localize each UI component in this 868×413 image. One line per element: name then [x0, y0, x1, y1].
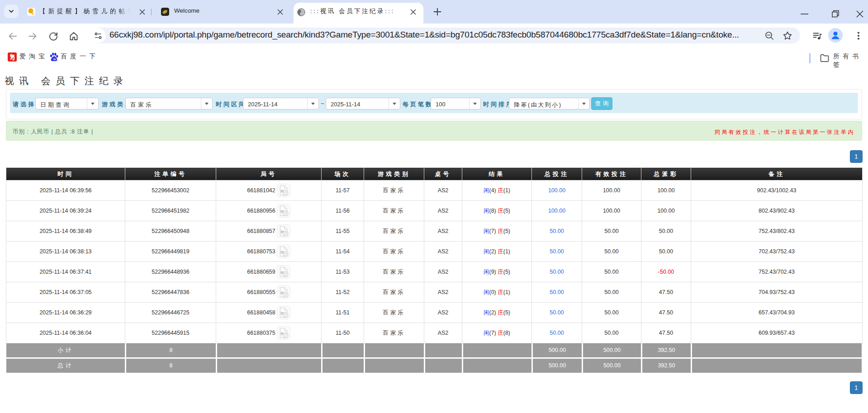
svg-text:du: du [53, 57, 57, 61]
